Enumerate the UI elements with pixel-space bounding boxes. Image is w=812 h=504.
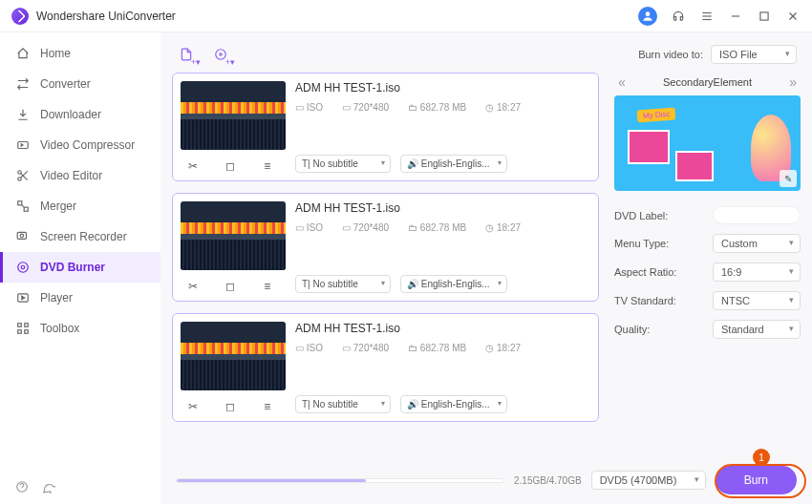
svg-rect-23 — [25, 330, 29, 334]
file-card[interactable]: ✂ ◻ ≡ ADM HH TEST-1.iso ▭ ISO ▭ 720*480 … — [172, 313, 599, 422]
svg-point-16 — [20, 234, 24, 238]
sidebar-item-label: Player — [40, 291, 73, 304]
titlebar: Wondershare UniConverter — [0, 0, 812, 32]
maximize-button[interactable] — [757, 9, 772, 24]
cut-icon[interactable]: ✂ — [188, 280, 198, 293]
dvd-label-input[interactable] — [713, 206, 801, 224]
file-name: ADM HH TEST-1.iso — [295, 322, 590, 335]
theme-prev-button[interactable]: « — [618, 74, 626, 90]
right-panel: « SecondaryElement » My Disc ✎ DVD Label… — [614, 73, 801, 456]
download-icon — [15, 107, 31, 122]
sidebar-item-label: Downloader — [40, 108, 101, 121]
sidebar-item-converter[interactable]: Converter — [0, 69, 160, 99]
subtitle-select[interactable]: T| No subtitle — [295, 395, 391, 413]
more-icon[interactable]: ≡ — [264, 159, 270, 173]
sidebar-item-compressor[interactable]: Video Compressor — [0, 130, 160, 160]
add-disc-button[interactable]: +▾ — [210, 44, 231, 65]
top-actions: +▾ +▾ Burn video to: ISO File — [172, 40, 801, 73]
svg-rect-14 — [24, 207, 28, 211]
sidebar-item-dvdburner[interactable]: DVD Burner — [0, 252, 160, 283]
add-file-button[interactable]: +▾ — [176, 44, 197, 65]
cut-icon[interactable]: ✂ — [188, 400, 198, 413]
svg-rect-5 — [760, 11, 768, 19]
duration-label: ◷ 18:27 — [485, 343, 521, 353]
feedback-icon[interactable] — [42, 480, 55, 496]
svg-point-26 — [220, 53, 222, 55]
format-label: ▭ ISO — [295, 343, 323, 353]
sidebar-item-downloader[interactable]: Downloader — [0, 99, 160, 130]
size-label: 2.15GB/4.70GB — [514, 475, 582, 486]
app-logo — [11, 8, 29, 25]
minimize-button[interactable] — [728, 9, 743, 24]
close-button[interactable] — [785, 9, 801, 24]
burn-button[interactable]: Burn — [716, 466, 797, 494]
user-account-icon[interactable] — [638, 7, 657, 26]
app-title: Wondershare UniConverter — [36, 10, 176, 23]
subtitle-select[interactable]: T| No subtitle — [295, 275, 391, 293]
file-name: ADM HH TEST-1.iso — [295, 201, 590, 215]
sidebar-item-merger[interactable]: Merger — [0, 191, 160, 221]
menu-type-select[interactable]: Custom — [713, 234, 801, 253]
tv-standard-select[interactable]: NTSC — [713, 291, 801, 310]
menu-icon[interactable] — [699, 9, 715, 24]
audio-select[interactable]: 🔊 English-Englis... — [400, 395, 507, 413]
theme-next-button[interactable]: » — [789, 74, 797, 90]
sidebar-item-editor[interactable]: Video Editor — [0, 160, 160, 191]
sidebar-item-player[interactable]: Player — [0, 283, 160, 313]
sidebar-item-label: DVD Burner — [40, 261, 105, 274]
sidebar-item-label: Converter — [40, 77, 91, 91]
subtitle-select[interactable]: T| No subtitle — [295, 155, 391, 173]
resolution-label: ▭ 720*480 — [342, 102, 389, 113]
audio-select[interactable]: 🔊 English-Englis... — [400, 275, 507, 293]
quality-label: Quality: — [614, 324, 650, 335]
sidebar-item-recorder[interactable]: Screen Recorder — [0, 221, 160, 252]
scissors-icon — [15, 168, 31, 183]
audio-select[interactable]: 🔊 English-Englis... — [400, 155, 507, 173]
duration-label: ◷ 18:27 — [485, 222, 521, 233]
svg-rect-21 — [25, 324, 29, 327]
svg-point-25 — [216, 50, 226, 60]
svg-rect-13 — [18, 201, 22, 205]
svg-rect-20 — [18, 324, 22, 327]
crop-icon[interactable]: ◻ — [225, 159, 235, 173]
disc-type-select[interactable]: DVD5 (4700MB) — [591, 471, 706, 490]
format-label: ▭ ISO — [295, 102, 323, 113]
main-panel: +▾ +▾ Burn video to: ISO File ✂ ◻ ≡ ADM … — [160, 32, 812, 504]
size-label: 🗀 682.78 MB — [408, 222, 466, 233]
sidebar-item-home[interactable]: Home — [0, 38, 160, 69]
burn-to-label: Burn video to: — [638, 49, 703, 60]
menu-type-label: Menu Type: — [614, 238, 669, 249]
svg-rect-15 — [17, 232, 26, 239]
more-icon[interactable]: ≡ — [264, 280, 270, 293]
file-card[interactable]: ✂ ◻ ≡ ADM HH TEST-1.iso ▭ ISO ▭ 720*480 … — [172, 193, 599, 302]
footer: 2.15GB/4.70GB DVD5 (4700MB) Burn — [172, 456, 801, 504]
resolution-label: ▭ 720*480 — [342, 222, 389, 233]
svg-point-9 — [18, 171, 22, 175]
sidebar-item-label: Home — [40, 47, 71, 60]
aspect-ratio-select[interactable]: 16:9 — [713, 262, 801, 282]
help-icon[interactable] — [15, 480, 29, 496]
video-thumbnail — [181, 81, 286, 150]
svg-point-18 — [21, 265, 25, 269]
crop-icon[interactable]: ◻ — [225, 280, 235, 293]
burn-to-select[interactable]: ISO File — [711, 45, 797, 64]
file-name: ADM HH TEST-1.iso — [295, 81, 590, 94]
toolbox-icon — [15, 321, 31, 336]
sidebar-item-label: Toolbox — [40, 322, 79, 335]
tv-standard-label: TV Standard: — [614, 295, 676, 306]
support-icon[interactable] — [671, 9, 686, 24]
sidebar-item-toolbox[interactable]: Toolbox — [0, 313, 160, 344]
file-list: ✂ ◻ ≡ ADM HH TEST-1.iso ▭ ISO ▭ 720*480 … — [172, 73, 601, 456]
cut-icon[interactable]: ✂ — [188, 159, 198, 173]
theme-name: SecondaryElement — [663, 76, 752, 88]
home-icon — [15, 46, 31, 61]
duration-label: ◷ 18:27 — [485, 102, 521, 113]
quality-select[interactable]: Standard — [713, 320, 801, 339]
more-icon[interactable]: ≡ — [264, 400, 270, 413]
crop-icon[interactable]: ◻ — [225, 400, 235, 413]
annotation-badge: 1 — [753, 449, 770, 466]
sidebar-item-label: Video Editor — [40, 169, 102, 182]
theme-edit-button[interactable]: ✎ — [780, 170, 797, 187]
sidebar-item-label: Video Compressor — [40, 138, 135, 152]
file-card[interactable]: ✂ ◻ ≡ ADM HH TEST-1.iso ▭ ISO ▭ 720*480 … — [172, 73, 599, 181]
